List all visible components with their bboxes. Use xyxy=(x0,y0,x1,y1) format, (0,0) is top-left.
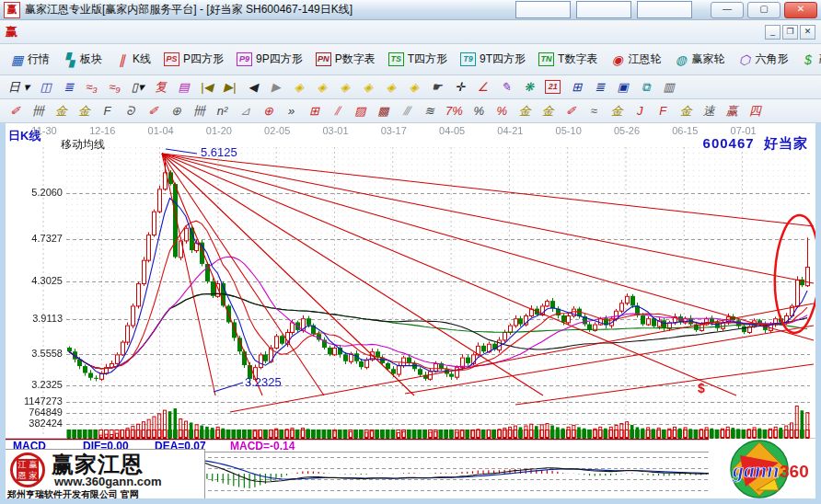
hand-tool[interactable]: ☛ xyxy=(425,77,448,97)
diamond-center[interactable]: ◈ xyxy=(402,77,425,97)
angle-measure-tool[interactable]: ∠ xyxy=(471,77,494,97)
detail-list-icon[interactable]: ≣ xyxy=(57,77,80,97)
f-angle-tool[interactable]: F xyxy=(652,101,675,120)
menu-trade-order[interactable] xyxy=(172,30,191,34)
calculator-icon[interactable]: ⊞ xyxy=(565,77,588,97)
customer-service-button[interactable] xyxy=(515,1,571,18)
notebook-icon[interactable]: ≣ xyxy=(588,77,611,97)
kline-button[interactable]: ∥ K线 xyxy=(109,49,157,70)
gann-grid-tool[interactable]: 卌 xyxy=(27,100,50,122)
menu-gann[interactable] xyxy=(80,30,98,34)
wave-overlay-tool[interactable]: ≈ xyxy=(583,101,606,120)
mdi-window-button[interactable]: _ xyxy=(765,25,781,40)
diamond-scroll-left[interactable]: ◈ xyxy=(287,77,310,97)
spiral-tool[interactable]: ᘐ xyxy=(119,101,142,121)
winner-fan-tool[interactable]: 赢 xyxy=(721,100,744,122)
toolbar-label: 六角形 xyxy=(755,52,788,67)
ruler-grid-tool[interactable]: 卌 xyxy=(188,100,211,122)
nine-p-square-button[interactable]: P9 9P四方形 xyxy=(230,49,309,70)
wheel-overlay-tool[interactable]: ⊕ xyxy=(165,101,188,120)
diamond-expand[interactable]: ◈ xyxy=(333,77,356,97)
diamond-fit-all[interactable]: ◈ xyxy=(379,77,402,97)
fibonacci-grid-tool[interactable]: F xyxy=(96,101,119,120)
gann360-badge: 4567890123456789012345678901234567890123… xyxy=(709,439,815,498)
winner-service-button[interactable]: $ 赢家服务 xyxy=(794,49,821,70)
menu-file[interactable] xyxy=(25,30,43,34)
draw-tool[interactable]: ✎ xyxy=(494,77,517,97)
gold-circle-tool[interactable]: 金 xyxy=(514,100,537,122)
percent-tool[interactable]: % xyxy=(468,101,491,120)
nine-t-square-button[interactable]: T9 9T四方形 xyxy=(454,49,532,70)
menu-formula-stock-pick[interactable] xyxy=(98,30,117,34)
homepage-button[interactable] xyxy=(637,1,692,18)
color-volume-icon[interactable]: ▤ xyxy=(172,77,195,97)
ray-lines-tool[interactable]: ⫻ xyxy=(395,101,418,121)
hexagon-button[interactable]: ⬡ 六角形 xyxy=(731,49,794,70)
n-squared-tool[interactable]: n² xyxy=(211,101,234,120)
annotate-brush-tool[interactable]: ✐ xyxy=(560,101,583,120)
speed-fan-tool[interactable]: 速 xyxy=(698,100,721,122)
t-square-button[interactable]: TS T四方形 xyxy=(382,49,454,70)
calendar-icon[interactable]: 21 xyxy=(540,77,565,97)
shaded-box-tool[interactable]: ▩ xyxy=(372,101,395,120)
wave-3-icon[interactable]: ≈₃ xyxy=(80,77,103,97)
marker-brush-tool[interactable]: ✐ xyxy=(142,101,165,120)
more-tools-chevron[interactable]: » xyxy=(280,101,303,120)
mdi-window-button[interactable]: ✕ xyxy=(800,25,815,40)
menu-window[interactable] xyxy=(154,30,172,34)
golden-fan-tool[interactable]: 金 xyxy=(675,100,698,122)
menu-browse[interactable] xyxy=(43,30,62,34)
last-bar-button[interactable]: ▶| xyxy=(218,77,241,97)
sectors-button[interactable]: ▚ 板块 xyxy=(56,49,109,70)
prev-bar-button[interactable]: ◀ xyxy=(241,77,264,97)
box-grid-tool[interactable]: ⊞ xyxy=(303,101,326,120)
gold-grid-tool[interactable]: 金 xyxy=(50,100,73,122)
p-square-button[interactable]: PS P四方形 xyxy=(157,49,230,70)
pattern-tool[interactable]: ❋ xyxy=(517,77,540,97)
menu-help[interactable] xyxy=(191,30,209,34)
winner-wheel-button[interactable]: ◍ 赢家轮 xyxy=(667,49,731,70)
gold-grid-2-tool[interactable]: 金 xyxy=(73,100,96,122)
restore-icon[interactable]: 复 xyxy=(149,76,172,98)
four-line-tool[interactable]: 四 xyxy=(744,100,767,122)
target-tool[interactable]: ⊕ xyxy=(257,101,280,120)
quotes-button[interactable]: ▦ 行情 xyxy=(4,49,56,70)
menu-settings[interactable] xyxy=(117,30,135,34)
mdi-window-button[interactable]: ❐ xyxy=(782,25,798,40)
next-bar-button[interactable]: ▶ xyxy=(264,77,287,97)
p-number-table-button[interactable]: PN P数字表 xyxy=(309,49,382,70)
x-axis-label: 06-15 xyxy=(668,125,701,136)
toolbar-label: T数字表 xyxy=(558,52,597,67)
forum-button[interactable] xyxy=(576,1,631,18)
minimize-button[interactable]: — xyxy=(711,2,744,18)
menu-tools[interactable] xyxy=(135,30,154,34)
brush-tool[interactable]: ✐ xyxy=(4,101,27,120)
maximize-button[interactable]: ▢ xyxy=(747,2,781,18)
fan-lines-tool[interactable]: ⫽ xyxy=(326,101,349,121)
window-layout-icon[interactable]: ◫ xyxy=(34,77,57,97)
crosshair-tool[interactable]: ✛ xyxy=(448,77,471,97)
fan-box-tool[interactable]: ▨ xyxy=(349,101,372,120)
gold-angle-tool[interactable]: 金 xyxy=(606,100,629,122)
nav-toolbar-icon: ◫ xyxy=(39,80,52,94)
period-dropdown[interactable]: 日 ▾ xyxy=(4,76,34,98)
flag-tool[interactable]: ⊿ xyxy=(234,101,257,120)
export-icon[interactable]: ⧉ xyxy=(634,77,657,97)
first-bar-button[interactable]: |◀ xyxy=(195,77,218,97)
diamond-compress[interactable]: ◈ xyxy=(356,77,379,97)
candle-style-dropdown[interactable]: ▯▾ xyxy=(126,77,149,97)
seven-percent-tool[interactable]: 7% xyxy=(441,101,468,120)
gann-wheel-button[interactable]: ◉ 江恩轮 xyxy=(604,49,667,70)
percent-line-tool[interactable]: % xyxy=(491,101,514,120)
wave-band-tool[interactable]: ≋ xyxy=(418,101,441,120)
print-icon[interactable]: ▥ xyxy=(657,77,680,97)
draw-toolbar-icon: J xyxy=(633,104,647,118)
gold-line-tool[interactable]: 金 xyxy=(537,100,560,122)
wave-9-icon[interactable]: ≈₉ xyxy=(103,77,126,97)
diamond-scroll-right[interactable]: ◈ xyxy=(310,77,333,97)
save-icon[interactable]: ▣ xyxy=(611,77,634,97)
t-number-table-button[interactable]: TN T数字表 xyxy=(532,49,604,70)
menu-news[interactable] xyxy=(62,30,80,34)
close-button[interactable]: ✕ xyxy=(784,2,817,18)
j-angle-tool[interactable]: J xyxy=(629,101,652,120)
